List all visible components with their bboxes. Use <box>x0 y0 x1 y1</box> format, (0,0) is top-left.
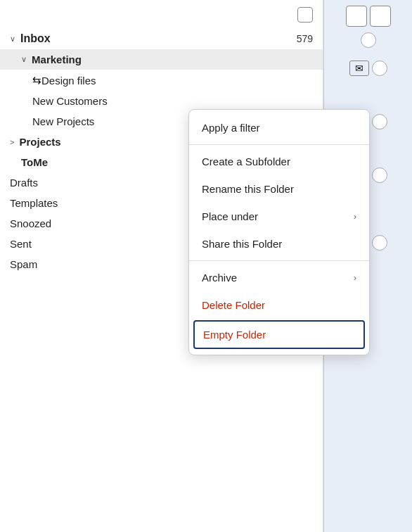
menu-label: Rename this Folder <box>202 183 294 195</box>
folder-label: ToMe <box>21 156 48 168</box>
menu-label: Empty Folder <box>203 329 266 341</box>
sidebar-item-inbox[interactable]: ∨ Inbox579 <box>0 28 323 49</box>
badge-7 <box>361 32 376 48</box>
checkbox-icon[interactable] <box>346 6 367 27</box>
menu-separator <box>189 144 369 145</box>
folder-label: Projects <box>19 136 60 148</box>
badge-2 <box>372 235 387 251</box>
folder-label: Templates <box>10 197 58 209</box>
menu-item-create-subfolder[interactable]: Create a Subfolder <box>189 148 369 175</box>
chevron-icon: > <box>10 138 16 146</box>
menu-item-archive[interactable]: Archive› <box>189 264 369 291</box>
menu-item-rename-folder[interactable]: Rename this Folder <box>189 175 369 203</box>
sidebar-item-new-customers[interactable]: New Customers <box>0 91 323 111</box>
menu-label: Place under <box>202 210 258 222</box>
badge-1c <box>372 167 387 183</box>
menu-label: Share this Folder <box>202 238 282 250</box>
folder-label: New Customers <box>32 95 108 107</box>
menu-label: Create a Subfolder <box>202 156 290 167</box>
folder-label: Snoozed <box>10 217 51 229</box>
menu-item-share-folder[interactable]: Share this Folder <box>189 230 369 258</box>
top-icon-row <box>346 6 391 27</box>
menu-separator <box>189 260 369 261</box>
menu-label: Delete Folder <box>202 299 265 311</box>
submenu-chevron-icon: › <box>354 211 356 222</box>
folder-label: Sent <box>10 238 32 250</box>
sidebar-item-marketing[interactable]: ∨ Marketing <box>0 49 323 70</box>
badge-1b <box>372 114 387 129</box>
gear-icon[interactable] <box>278 7 293 23</box>
chevron-icon: ∨ <box>10 34 18 44</box>
sidebar-header <box>0 0 323 28</box>
chevron-icon: ∨ <box>21 55 29 64</box>
folder-label: Drafts <box>10 177 38 189</box>
folder-label: New Projects <box>32 115 94 127</box>
submenu-chevron-icon: › <box>354 272 356 283</box>
mail-icon-1[interactable]: ✉ <box>349 61 369 76</box>
menu-item-apply-filter[interactable]: Apply a filter <box>189 114 369 141</box>
letter-icon[interactable] <box>370 6 391 27</box>
folder-label: Inbox <box>20 32 51 45</box>
header-icons <box>278 7 313 23</box>
folder-count: 579 <box>297 33 313 44</box>
menu-label: Apply a filter <box>202 122 260 134</box>
menu-label: Archive <box>202 272 237 284</box>
share-icon: ⇆ <box>32 74 41 87</box>
folder-label: Design files <box>41 75 96 87</box>
folder-label: Spam <box>10 258 37 270</box>
folder-label: Marketing <box>32 53 82 65</box>
badge-1a <box>372 61 387 76</box>
menu-item-place-under[interactable]: Place under› <box>189 203 369 230</box>
menu-item-empty-folder[interactable]: Empty Folder <box>193 320 365 349</box>
add-folder-icon[interactable] <box>297 7 313 23</box>
menu-item-delete-folder[interactable]: Delete Folder <box>189 291 369 319</box>
sidebar-item-design-files[interactable]: ⇆Design files <box>0 70 323 91</box>
context-menu: Apply a filterCreate a SubfolderRename t… <box>188 109 370 355</box>
